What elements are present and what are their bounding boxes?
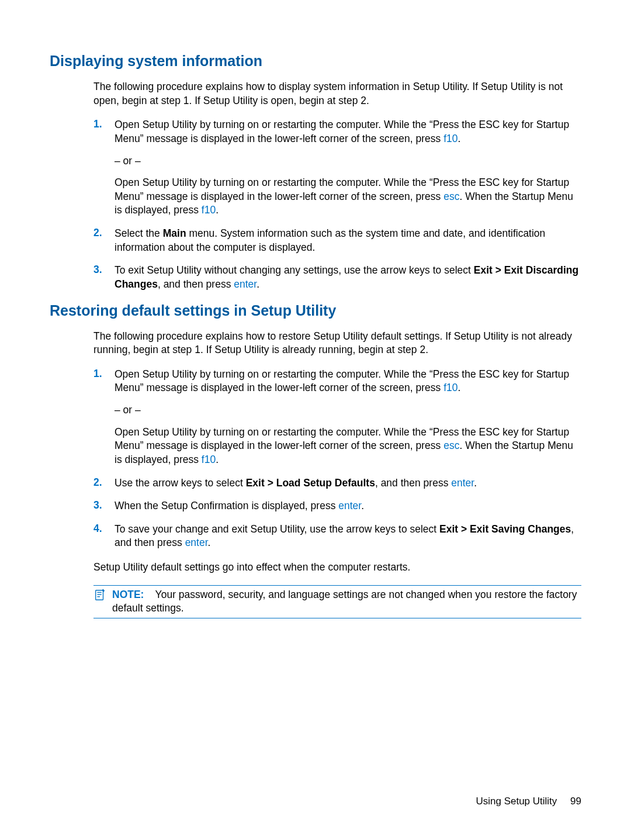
- note-label: NOTE:: [112, 589, 144, 600]
- key-text: f10: [202, 204, 216, 216]
- or-separator: – or –: [115, 403, 581, 417]
- or-separator: – or –: [115, 154, 581, 168]
- text: .: [458, 133, 461, 144]
- text: , and then press: [158, 278, 234, 290]
- note-text: Your password, security, and language se…: [112, 589, 577, 614]
- step-number: 1.: [93, 118, 115, 217]
- outro-paragraph: Setup Utility default settings go into e…: [93, 561, 581, 575]
- note-icon: [93, 589, 106, 604]
- list-item: 2. Use the arrow keys to select Exit > L…: [93, 476, 581, 490]
- text: Open Setup Utility by turning on or rest…: [115, 368, 569, 394]
- page-footer: Using Setup Utility 99: [476, 796, 581, 807]
- step-body: Open Setup Utility by turning on or rest…: [115, 368, 581, 467]
- bold-text: Exit > Exit Saving Changes: [439, 523, 571, 535]
- text: , and then press: [375, 477, 451, 489]
- step-body: When the Setup Confirmation is displayed…: [115, 499, 581, 513]
- list-item: 1. Open Setup Utility by turning on or r…: [93, 368, 581, 467]
- ordered-list: 1. Open Setup Utility by turning on or r…: [93, 368, 581, 550]
- note-content: NOTE: Your password, security, and langu…: [112, 588, 581, 616]
- list-item: 1. Open Setup Utility by turning on or r…: [93, 118, 581, 217]
- list-item: 3. To exit Setup Utility without changin…: [93, 264, 581, 291]
- step-number: 3.: [93, 264, 115, 291]
- page-number: 99: [570, 796, 581, 807]
- text: .: [216, 454, 219, 465]
- step-number: 4.: [93, 523, 115, 550]
- step-body: To exit Setup Utility without changing a…: [115, 264, 581, 291]
- section-heading: Restoring default settings in Setup Util…: [50, 302, 581, 319]
- key-text: f10: [443, 133, 457, 144]
- key-text: esc: [443, 191, 459, 202]
- step-number: 1.: [93, 368, 115, 467]
- text: Open Setup Utility by turning on or rest…: [115, 119, 569, 144]
- intro-paragraph: The following procedure explains how to …: [93, 330, 581, 357]
- bold-text: Main: [163, 227, 186, 239]
- footer-text: Using Setup Utility: [476, 796, 557, 807]
- step-number: 3.: [93, 499, 115, 513]
- key-text: enter: [234, 278, 256, 290]
- ordered-list: 1. Open Setup Utility by turning on or r…: [93, 118, 581, 291]
- step-body: To save your change and exit Setup Utili…: [115, 523, 581, 550]
- list-item: 4. To save your change and exit Setup Ut…: [93, 523, 581, 550]
- bold-text: Exit > Load Setup Defaults: [246, 477, 375, 489]
- key-text: enter: [451, 477, 474, 489]
- key-text: enter: [338, 500, 361, 511]
- step-body: Open Setup Utility by turning on or rest…: [115, 118, 581, 217]
- text: Use the arrow keys to select: [115, 477, 246, 489]
- key-text: esc: [443, 440, 459, 451]
- text: .: [474, 477, 477, 489]
- note-box: NOTE: Your password, security, and langu…: [93, 585, 581, 618]
- step-number: 2.: [93, 227, 115, 254]
- section-heading: Displaying system information: [50, 53, 581, 70]
- text: To save your change and exit Setup Utili…: [115, 523, 439, 535]
- text: To exit Setup Utility without changing a…: [115, 264, 474, 276]
- key-text: enter: [185, 537, 208, 548]
- text: Select the: [115, 227, 163, 239]
- key-text: f10: [202, 454, 216, 465]
- text: When the Setup Confirmation is displayed…: [115, 500, 338, 511]
- text: .: [361, 500, 364, 511]
- intro-paragraph: The following procedure explains how to …: [93, 80, 581, 108]
- step-number: 2.: [93, 476, 115, 490]
- text: .: [216, 204, 219, 216]
- step-body: Use the arrow keys to select Exit > Load…: [115, 476, 581, 490]
- text: .: [256, 278, 259, 290]
- svg-rect-0: [96, 590, 103, 600]
- text: .: [208, 537, 211, 548]
- text: .: [458, 382, 461, 393]
- list-item: 2. Select the Main menu. System informat…: [93, 227, 581, 254]
- list-item: 3. When the Setup Confirmation is displa…: [93, 499, 581, 513]
- key-text: f10: [443, 382, 457, 393]
- step-body: Select the Main menu. System information…: [115, 227, 581, 254]
